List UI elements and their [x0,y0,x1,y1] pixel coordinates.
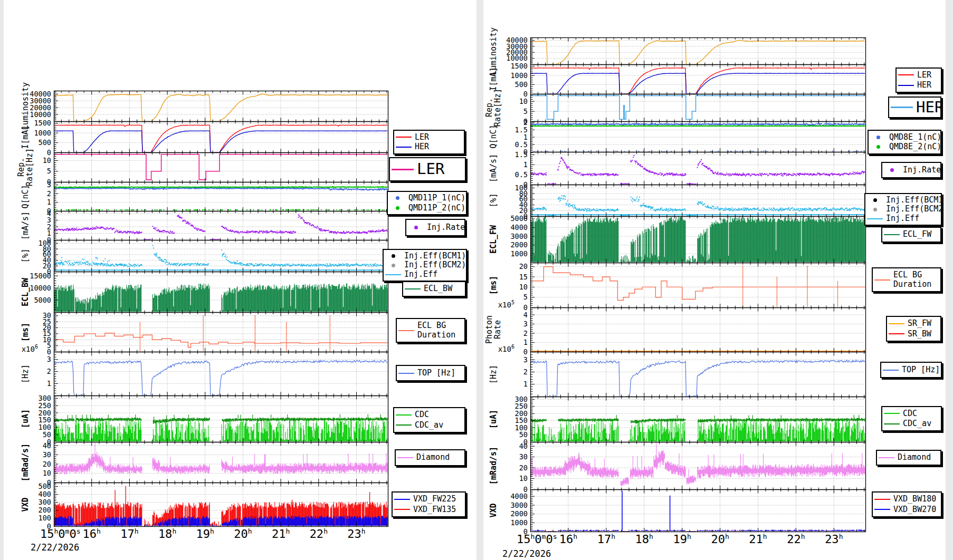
line-marker-icon [889,323,904,324]
legend-entry-label: SR_FW [908,319,931,328]
legend-entry-label: CDC [903,409,917,418]
dot-marker-icon [867,208,883,211]
legend-rep-right: HER [888,96,941,118]
line-marker-icon [891,107,913,108]
line-marker-icon [874,499,890,500]
legend-i-right: LERHER [895,67,942,93]
legend-entry-label: ECL BG Duration [893,271,931,289]
line-marker-icon [898,85,914,86]
line-marker-icon [867,218,883,219]
date-label-right: 2/22/2026 [502,548,551,559]
line-marker-icon [898,74,914,75]
panel-right: 10000200003000040000Luminosity0500100015… [0,0,953,560]
legend-entry-label: Inj.Eff [886,214,919,223]
plot-right-vxd: 01000200030004000 [478,485,867,537]
line-marker-icon [883,370,899,371]
legend-inj-rate-right: Inj.Rate [881,162,941,178]
legend-cdc-right: CDCCDC_av [881,406,942,431]
legend-ecl-right: ECL_FW [881,227,941,243]
dot-marker-icon [870,145,886,149]
legend-entry-label: SR_BW [908,330,931,339]
legend-top-right: TOP [Hz] [880,362,942,378]
line-marker-icon [884,413,900,414]
beam-background-monitor: 10000200003000040000Luminosity0500100015… [0,0,953,560]
date-label-left: 2/22/2026 [31,542,79,553]
dot-marker-icon [870,136,886,139]
legend-entry-label: LER [917,71,931,80]
line-marker-icon [879,457,894,458]
line-marker-icon [884,234,900,235]
legend-entry-label: CDC_av [903,419,931,428]
legend-entry-label: HER [917,81,931,90]
legend-entry-label: VXD_BW270 [893,505,936,514]
dot-marker-icon [884,168,900,172]
legend-entry-label: Inj.Rate [903,166,941,175]
legend-entry-label: QMD8E_1(nC) [889,133,941,142]
legend-entry-label: Inj.Eff(BCM1) [886,196,942,205]
legend-inj-eff-right: Inj.Eff(BCM1)Inj.Eff(BCM2)Inj.Eff [864,193,942,226]
legend-q-right: QMD8E_1(nC)QMD8E_2(nC) [868,130,941,155]
legend-entry-label: QMD8E_2(nC) [889,142,941,151]
axis-exponent-right-photon: x105 [446,300,514,309]
legend-vxd-right: VXD_BW180VXD_BW270 [872,491,942,517]
legend-entry-label: Inj.Eff(BCM2) [886,205,942,214]
line-marker-icon [889,333,904,334]
line-marker-icon [884,423,900,424]
x-tick-label-right-23: 23h [810,533,857,546]
legend-eclbg-right: ECL BG Duration [872,267,941,292]
legend-entry-label: ECL_FW [903,230,931,239]
legend-entry-label: Diamond [898,453,931,462]
line-marker-icon [874,509,890,510]
legend-entry-label: TOP [Hz] [902,365,940,374]
ylabel-right-vxd: VXD [462,479,525,542]
legend-entry-label: VXD_BW180 [893,495,936,504]
line-marker-icon [874,279,890,281]
legend-diamond-right: Diamond [876,450,941,466]
dot-marker-icon [867,198,883,202]
axis-exponent-right-hz: x106 [446,344,514,353]
legend-sr-right: SR_FWSR_BW [886,316,941,342]
legend-entry-label: HER [916,99,941,116]
